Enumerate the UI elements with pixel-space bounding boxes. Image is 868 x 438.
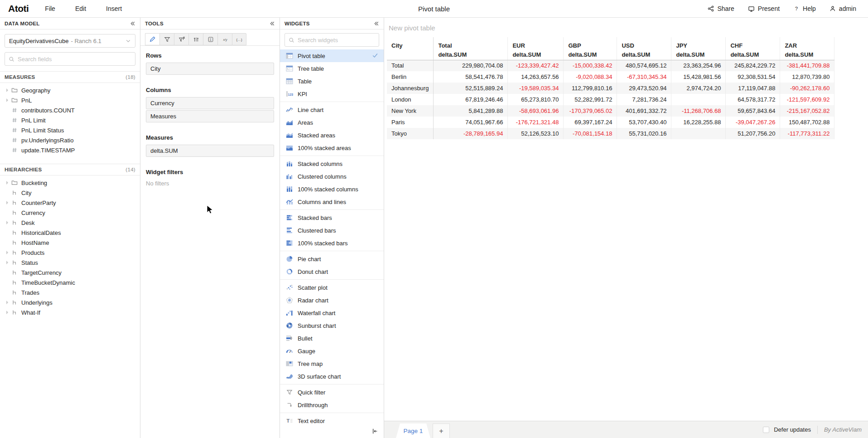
widget-item-gauge[interactable]: Gauge <box>280 345 384 357</box>
expand-chevron-icon[interactable] <box>4 301 10 304</box>
pivot-cell[interactable]: -215,167,052.82 <box>780 105 834 117</box>
pivot-cell[interactable]: -58,693,061.96 <box>508 105 564 117</box>
pivot-cell[interactable]: -15,000,338.42 <box>564 60 617 71</box>
pivot-cell[interactable]: -176,721,321.48 <box>508 117 564 128</box>
expand-chevron-icon[interactable] <box>4 181 10 185</box>
pivot-measure-header[interactable]: delta.SUM <box>726 50 780 60</box>
collapse-widgets-icon[interactable] <box>374 21 379 26</box>
widget-item-pie-chart[interactable]: Pie chart <box>280 253 384 265</box>
pivot-cell[interactable]: 55,731,020.16 <box>617 128 671 139</box>
pivot-cell[interactable]: -90,262,178.60 <box>780 83 834 94</box>
widget-item-line-chart[interactable]: Line chart <box>280 103 384 116</box>
pivot-cell[interactable]: 229,980,704.08 <box>434 60 508 71</box>
pivot-cell[interactable]: 14,263,657.56 <box>508 71 564 83</box>
collapse-left-icon[interactable] <box>372 428 378 434</box>
hierarchy-item-currency[interactable]: Currency <box>0 208 140 218</box>
pivot-column-header-usd[interactable]: USD <box>617 37 671 50</box>
pivot-column-header-eur[interactable]: EUR <box>508 37 564 50</box>
pivot-cell[interactable]: 29,473,520.94 <box>617 83 671 94</box>
expand-chevron-icon[interactable] <box>4 311 10 314</box>
expand-chevron-icon[interactable] <box>4 251 10 254</box>
user-button[interactable]: admin <box>829 5 856 12</box>
widget-title[interactable]: New pivot table <box>389 24 868 32</box>
widget-item-pivot-table[interactable]: Pivot table <box>280 49 384 62</box>
pivot-column-header-gbp[interactable]: GBP <box>564 37 617 50</box>
pivot-cell[interactable]: -170,379,065.02 <box>564 105 617 117</box>
pivot-corner-header[interactable]: City <box>387 37 434 50</box>
pivot-cell[interactable]: 480,574,695.12 <box>617 60 671 71</box>
pivot-cell[interactable]: -11,268,706.68 <box>671 105 726 117</box>
pivot-row-header-new-york[interactable]: New York <box>387 105 434 117</box>
hierarchy-item-historicaldates[interactable]: HistoricalDates <box>0 228 140 238</box>
page-tab[interactable]: Page 1 <box>396 423 430 438</box>
pivot-cell[interactable]: 23,363,254.96 <box>671 60 726 71</box>
pivot-cell[interactable]: 69,397,167.24 <box>564 117 617 128</box>
measure-item-pv-underlyingsratio[interactable]: pv.UnderlyingsRatio <box>0 135 140 145</box>
hierarchy-item-timebucketdynamic[interactable]: TimeBucketDynamic <box>0 277 140 287</box>
tools-tab-xy-axes[interactable]: x/y <box>217 33 232 45</box>
pivot-cell[interactable]: -39,047,267.26 <box>726 117 780 128</box>
widget-item-columns-and-lines[interactable]: Columns and lines <box>280 195 384 208</box>
pivot-cell[interactable] <box>671 128 726 139</box>
pivot-cell[interactable]: 52,126,523.10 <box>508 128 564 139</box>
widget-item-clustered-columns[interactable]: Clustered columns <box>280 170 384 183</box>
widget-item-stacked-bars[interactable]: Stacked bars <box>280 211 384 224</box>
share-button[interactable]: Share <box>708 5 734 12</box>
tools-tab-mdx[interactable]: {…} <box>232 33 246 45</box>
present-button[interactable]: Present <box>748 5 780 12</box>
widget-item-stacked-areas[interactable]: Stacked areas <box>280 129 384 141</box>
collapse-tools-icon[interactable] <box>270 21 275 26</box>
hierarchy-item-counterparty[interactable]: CounterParty <box>0 198 140 208</box>
app-logo[interactable]: Atoti <box>0 3 45 14</box>
field-chip-delta-sum[interactable]: delta.SUM <box>146 145 274 157</box>
expand-chevron-icon[interactable] <box>4 261 10 264</box>
widget-item-text-editor[interactable]: TText editor <box>280 414 384 427</box>
pivot-cell[interactable]: 58,541,476.78 <box>434 71 508 83</box>
pivot-cell[interactable]: -9,020,088.34 <box>564 71 617 83</box>
pivot-cell[interactable]: -117,773,311.22 <box>780 128 834 139</box>
pivot-cell[interactable]: 112,799,810.16 <box>564 83 617 94</box>
widget-item-kpi[interactable]: 123KPI <box>280 88 384 100</box>
pivot-cell[interactable]: 2,974,724.20 <box>671 83 726 94</box>
expand-chevron-icon[interactable] <box>4 201 10 204</box>
pivot-cell[interactable]: 7,281,736.24 <box>617 94 671 105</box>
hierarchy-item-city[interactable]: City <box>0 188 140 198</box>
pivot-row-header-johannesburg[interactable]: Johannesburg <box>387 83 434 94</box>
field-chip-measures[interactable]: Measures <box>146 110 274 122</box>
pivot-cell[interactable]: -19,589,035.34 <box>508 83 564 94</box>
pivot-cell[interactable]: 150,487,702.88 <box>780 117 834 128</box>
pivot-column-header-zar[interactable]: ZAR <box>780 37 834 50</box>
defer-updates-checkbox[interactable] <box>763 427 769 433</box>
hierarchy-item-targetcurrency[interactable]: TargetCurrency <box>0 268 140 277</box>
pivot-row-header-total[interactable]: Total <box>387 60 434 71</box>
pivot-row-header-paris[interactable]: Paris <box>387 117 434 128</box>
field-chip-city[interactable]: City <box>146 63 274 75</box>
widget-item-bullet[interactable]: Bullet <box>280 332 384 345</box>
pivot-row-header-tokyo[interactable]: Tokyo <box>387 128 434 139</box>
pivot-cell[interactable]: 53,707,430.40 <box>617 117 671 128</box>
widget-item-100-stacked-areas[interactable]: 100% stacked areas <box>280 141 384 154</box>
pivot-cell[interactable]: 51,207,756.20 <box>726 128 780 139</box>
widget-item-drillthrough[interactable]: Drillthrough <box>280 399 384 411</box>
pivot-cell[interactable]: 92,308,531.54 <box>726 71 780 83</box>
collapse-data-model-icon[interactable] <box>130 21 135 26</box>
hierarchy-item-hostname[interactable]: HostName <box>0 238 140 248</box>
pivot-cell[interactable]: -121,597,609.92 <box>780 94 834 105</box>
tools-tab-aggregate[interactable]: Σ <box>203 33 217 45</box>
help-button[interactable]: ?Help <box>793 5 816 12</box>
widget-item-100-stacked-bars[interactable]: 100% stacked bars <box>280 237 384 249</box>
cube-selector[interactable]: EquityDerivativesCube - Ranch 6.1 <box>5 34 135 48</box>
pivot-cell[interactable]: 65,273,810.70 <box>508 94 564 105</box>
pivot-column-header-total[interactable]: Total <box>434 37 508 50</box>
pivot-measure-header[interactable]: delta.SUM <box>671 50 726 60</box>
add-page-button[interactable]: + <box>433 423 450 438</box>
widget-item-tree-table[interactable]: Tree table <box>280 62 384 75</box>
expand-chevron-icon[interactable] <box>4 221 10 224</box>
pivot-column-header-jpy[interactable]: JPY <box>671 37 726 50</box>
pivot-cell[interactable]: 52,515,889.24 <box>434 83 508 94</box>
hierarchy-item-status[interactable]: Status <box>0 258 140 268</box>
widget-item-100-stacked-columns[interactable]: 100% stacked columns <box>280 183 384 195</box>
pivot-cell[interactable]: 67,819,246.46 <box>434 94 508 105</box>
hierarchy-item-trades[interactable]: Trades <box>0 287 140 297</box>
pivot-cell[interactable]: 5,841,289.88 <box>434 105 508 117</box>
